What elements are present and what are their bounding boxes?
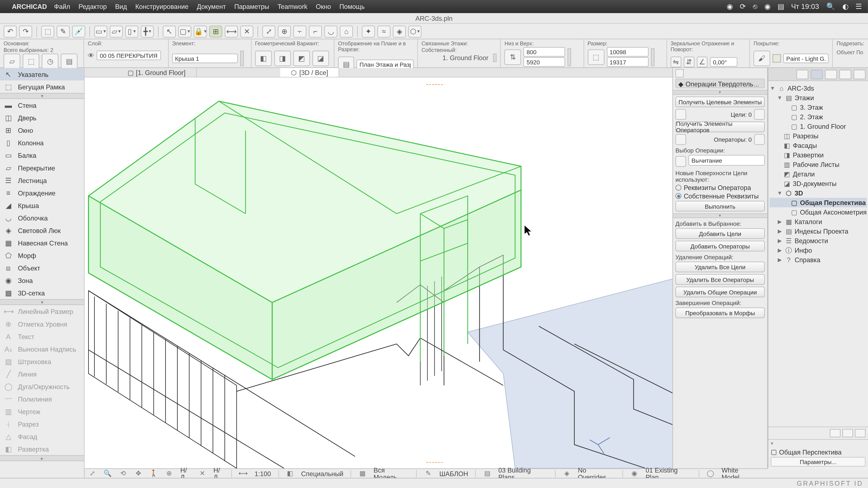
nav-copy-icon[interactable] [842, 429, 853, 437]
nav-axonometry[interactable]: ▢Общая Аксонометрия [770, 207, 867, 217]
menu-file[interactable]: Файл [54, 3, 70, 10]
get-targets-button[interactable]: Получить Целевые Элементы [675, 97, 765, 107]
sb-home-icon[interactable]: ⊕ [165, 469, 173, 478]
nav-sections[interactable]: ◫Разрезы [770, 131, 867, 141]
brand-text[interactable]: GRAPHISOFT ID [797, 479, 863, 487]
nav-perspective[interactable]: ▢Общая Перспектива [770, 198, 867, 207]
tool-pointer[interactable]: ↖Указатель [0, 68, 84, 80]
tool-polyline[interactable]: 〰Полилиния [0, 393, 84, 405]
tool-arc[interactable]: ◯Дуга/Окружность [0, 380, 84, 393]
nav-details[interactable]: ◩Детали [770, 169, 867, 179]
sb-scale-icon[interactable]: ⟷ [239, 469, 247, 478]
sb-plans-icon[interactable]: ▤ [483, 469, 491, 478]
menu-view[interactable]: Вид [115, 3, 127, 10]
sync-icon[interactable]: ⟳ [740, 2, 746, 10]
app-name[interactable]: ARCHICAD [12, 3, 47, 10]
tool-drawing[interactable]: ▥Чертеж [0, 405, 84, 418]
paint-icon[interactable]: 🖌 [753, 51, 770, 66]
nav-3d[interactable]: ▼⬡3D [770, 188, 867, 198]
tool-stair[interactable]: ☰Лестница [0, 174, 84, 186]
to-morphs-button[interactable]: Преобразовать в Морфы [675, 307, 765, 318]
nav-catalogs[interactable]: ▶▦Каталоги [770, 217, 867, 226]
element-handle[interactable] [240, 51, 244, 66]
tool-dim-linear[interactable]: ⟷Линейный Размер [0, 305, 84, 318]
nav-story-3[interactable]: ▢3. Этаж [770, 102, 867, 112]
viewport-3d[interactable] [85, 77, 768, 468]
panel-settings-icon[interactable] [675, 69, 684, 77]
tool-roof[interactable]: ◢Крыша [0, 199, 84, 212]
sb-walk-icon[interactable]: 🚶 [150, 469, 158, 478]
angle-field[interactable] [710, 57, 737, 67]
tool-morph[interactable]: ⬠Морф [0, 249, 84, 262]
targets-clear-icon[interactable] [754, 109, 765, 120]
add-targets-button[interactable]: Добавить Цели [675, 228, 765, 239]
radio-own-attrs[interactable]: Собственные Реквизиты [675, 193, 765, 200]
size-icon[interactable]: ⬚ [587, 49, 604, 65]
menu-design[interactable]: Конструирование [135, 3, 189, 10]
tool-section[interactable]: ⟊Разрез [0, 418, 84, 430]
bottom-field[interactable] [524, 47, 565, 57]
tool-divider-2[interactable]: ▾ [0, 299, 84, 305]
nav-elevations[interactable]: ◧Фасады [770, 141, 867, 150]
tool-elevation[interactable]: △Фасад [0, 430, 84, 443]
nav-mode-1[interactable] [796, 69, 808, 79]
top-field[interactable] [524, 57, 565, 67]
tool-window[interactable]: ⊞Окно [0, 124, 84, 136]
record-icon[interactable]: ◉ [727, 2, 733, 10]
angle-icon[interactable]: ∠ [697, 57, 708, 67]
tool-zone[interactable]: ◉Зона [0, 274, 84, 287]
geo-icon3[interactable]: ◩ [293, 51, 310, 66]
render-icon[interactable]: ≈ [377, 25, 391, 37]
delete-common-button[interactable]: Удалить Общие Операции [675, 287, 765, 297]
nav-3ddocs[interactable]: ◪3D-документы [770, 179, 867, 188]
home-icon[interactable]: ⌂ [340, 25, 353, 37]
tool-mesh[interactable]: ▩3D-сетка [0, 287, 84, 299]
menu-window[interactable]: Окно [316, 3, 331, 10]
clock[interactable]: Чт 19:03 [791, 2, 819, 10]
nav-mode-2[interactable] [811, 69, 823, 79]
split-icon[interactable]: ⫟ [293, 25, 306, 37]
nav-story-1[interactable]: ▢1. Ground Floor [770, 122, 867, 131]
mirror-h-icon[interactable]: ⇋ [671, 57, 681, 67]
view3d-icon[interactable]: ◈ [393, 25, 406, 37]
nav-worksheets[interactable]: ▥Рабочие Листы [770, 160, 867, 169]
arrow-mode2[interactable]: ▱ [110, 25, 123, 37]
nav-stories[interactable]: ▼▤Этажи [770, 93, 867, 102]
suspend-button[interactable]: ⊞ [209, 25, 222, 37]
tab-3d-all[interactable]: ⬡[3D / Все] [280, 68, 340, 77]
sb-prev-icon[interactable]: ⟲ [119, 469, 127, 478]
sb-overrides-icon[interactable]: ◈ [563, 469, 571, 478]
nav-mode-5[interactable] [854, 69, 865, 79]
tool-hatch[interactable]: ▨Штриховка [0, 355, 84, 368]
tool-marquee[interactable]: ⬚Бегущая Рамка [0, 80, 84, 93]
sb-fit-icon[interactable]: ⤢ [88, 469, 96, 478]
tool-text[interactable]: AТекст [0, 330, 84, 343]
size-h-field[interactable] [607, 57, 648, 67]
grid-snap[interactable]: ╋ [141, 25, 154, 37]
pick-button[interactable]: ⬚ [41, 25, 54, 37]
sb-model-icon[interactable]: ▦ [358, 469, 366, 478]
nav-mode-3[interactable] [825, 69, 837, 79]
tool-dim-level[interactable]: ⊕Отметка Уровня [0, 318, 84, 330]
sb-pen-icon[interactable]: ✎ [424, 469, 432, 478]
add-operators-button[interactable]: Добавить Операторы [675, 240, 765, 252]
tool-skylight[interactable]: ◈Световой Люк [0, 224, 84, 236]
elev-icon[interactable]: ⇅ [504, 49, 521, 65]
arrow-mode3[interactable]: ▯ [125, 25, 138, 37]
persp-icon[interactable]: ⬡ [408, 25, 422, 37]
inject-button[interactable]: ✎ [57, 25, 70, 37]
op-icon[interactable] [675, 156, 686, 167]
deselect-icon[interactable]: ◷ [42, 54, 59, 69]
sb-zoom-icon[interactable]: 🔍 [103, 469, 112, 478]
select-all-icon[interactable]: ⬚ [23, 54, 39, 69]
radio-operator-attrs[interactable]: Реквизиты Оператора [675, 184, 765, 191]
ra-collapse-2[interactable]: ▾ [673, 213, 767, 218]
mirror-v-icon[interactable]: ⇵ [684, 57, 694, 67]
redo-button[interactable]: ↷ [19, 25, 32, 37]
sb-special[interactable]: Специальный [301, 470, 343, 477]
notifications-icon[interactable]: ☰ [856, 2, 862, 10]
sb-scale[interactable]: 1:100 [254, 470, 271, 477]
execute-button[interactable]: Выполнить [675, 201, 765, 212]
tool-curtain[interactable]: ▦Навесная Стена [0, 236, 84, 249]
sb-white-icon[interactable]: ◯ [706, 469, 714, 478]
